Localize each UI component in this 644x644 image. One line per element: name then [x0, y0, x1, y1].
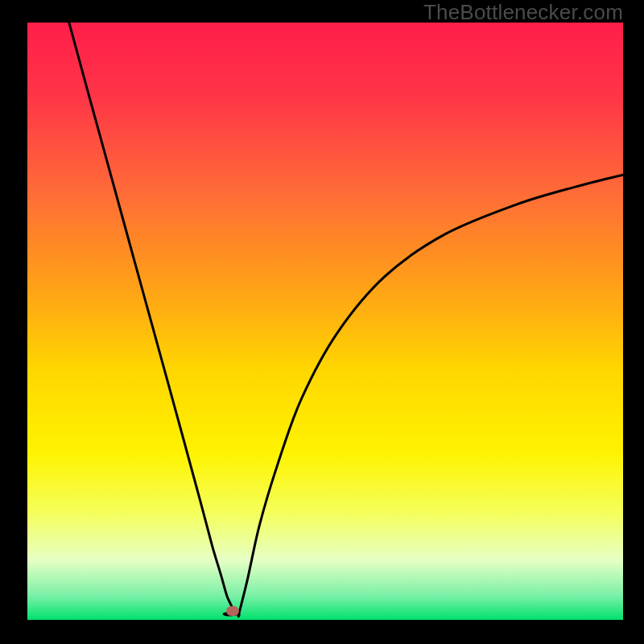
minimum-marker — [226, 606, 239, 616]
watermark-text: TheBottlenecker.com — [423, 0, 623, 25]
bottleneck-curve — [27, 23, 623, 620]
plot-area — [27, 23, 623, 620]
chart-frame: TheBottlenecker.com — [0, 0, 644, 644]
curve-path — [69, 23, 623, 617]
